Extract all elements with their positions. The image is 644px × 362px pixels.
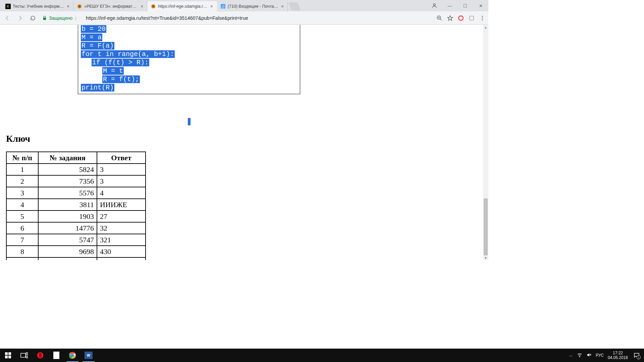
tab-label: https://inf-ege.sdamgia.r…	[158, 4, 207, 9]
svg-point-1	[79, 6, 80, 7]
cell-index: 6	[6, 222, 38, 234]
cell-index: 1	[6, 164, 38, 175]
svg-point-6	[433, 4, 435, 6]
back-button[interactable]	[3, 13, 12, 23]
window-minimize-button[interactable]: —	[442, 1, 458, 11]
tab-0[interactable]: K Тесты: Учебник информ… ×	[2, 1, 73, 11]
cell-answer: 321	[97, 234, 146, 246]
code-line: if (f(t) > R):	[81, 58, 300, 67]
cell-task: 9698	[38, 246, 97, 257]
cell-task: 7356	[38, 175, 97, 187]
scroll-down-icon[interactable]: ▼	[483, 255, 488, 260]
svg-point-14	[482, 16, 483, 17]
cell-index: 2	[6, 175, 38, 187]
scrollbar-thumb[interactable]	[484, 198, 488, 255]
cell-task: 1903	[38, 210, 97, 222]
vertical-scrollbar[interactable]: ▲ ▼	[483, 25, 488, 260]
code-line: for t in range(a, b+1):	[81, 50, 300, 58]
svg-point-16	[482, 19, 483, 20]
secure-label: Защищено	[49, 15, 72, 21]
svg-text:@: @	[221, 4, 225, 8]
cell-index: 5	[6, 210, 38, 222]
svg-point-15	[482, 17, 483, 18]
svg-marker-11	[448, 15, 453, 20]
cell-task: 5824	[38, 164, 97, 175]
svg-line-8	[440, 19, 442, 20]
cell-answer: ИИИЖЕ	[97, 199, 146, 210]
cell-index: 4	[6, 199, 38, 210]
table-row: 158243	[6, 164, 146, 175]
cell-answer: 3	[97, 175, 146, 187]
table-row: 5190327	[6, 210, 146, 222]
browser-toolbar: Защищено |	[0, 11, 488, 25]
close-tab-icon[interactable]: ×	[280, 4, 285, 9]
tab-label: (710) Входящие - Почта…	[228, 4, 278, 9]
svg-rect-13	[470, 16, 474, 20]
code-line: R = f(t);	[81, 75, 300, 83]
tab-3[interactable]: @ (710) Входящие - Почта… ×	[217, 1, 288, 11]
cell-answer: 27	[97, 210, 146, 222]
tab-label: Тесты: Учебник информ…	[13, 4, 64, 9]
profile-avatar-icon[interactable]	[427, 1, 442, 11]
cell-task: 5747	[38, 234, 97, 246]
table-row: 89698430	[6, 246, 146, 257]
zoom-icon[interactable]	[436, 15, 443, 21]
page-viewport: b = 20 M = a R = F(a) for t in range(a, …	[0, 25, 488, 260]
favicon-sdamgia	[77, 4, 82, 9]
cell-answer: 32	[97, 222, 146, 234]
close-tab-icon[interactable]: ×	[66, 4, 70, 9]
table-row: 43811ИИИЖЕ	[6, 199, 146, 210]
code-line: print(R)	[81, 83, 300, 92]
cell-answer: 430	[97, 246, 146, 257]
code-block-frame: b = 20 M = a R = F(a) for t in range(a, …	[78, 25, 300, 94]
extension-icon[interactable]	[468, 15, 475, 21]
cell-task: 3811	[38, 199, 97, 210]
separator: |	[75, 15, 76, 21]
table-row: 61477632	[6, 222, 146, 234]
cell-index: 3	[6, 187, 38, 199]
cell-index: 9	[6, 257, 38, 260]
opera-extension-icon[interactable]	[458, 15, 464, 21]
table-row: 75747321	[6, 234, 146, 246]
forward-button[interactable]	[15, 13, 25, 23]
code-line: R = F(a)	[81, 42, 300, 50]
bookmark-star-icon[interactable]	[447, 15, 453, 21]
tab-1[interactable]: «РЕШУ ЕГЭ»: информати… ×	[73, 1, 147, 11]
cell-task: 9654	[38, 257, 97, 260]
favicon-testy: K	[5, 4, 11, 9]
col-header-index: № п/п	[6, 152, 38, 164]
address-bar[interactable]	[85, 14, 433, 22]
reload-button[interactable]	[28, 13, 38, 23]
cell-answer: 4	[97, 187, 146, 199]
tab-label: «РЕШУ ЕГЭ»: информати…	[84, 4, 138, 9]
browser-titlebar: K Тесты: Учебник информ… × «РЕШУ ЕГЭ»: и…	[0, 0, 488, 11]
cell-index: 8	[6, 246, 38, 257]
answer-key-table: № п/п № задания Ответ 158243273563355764…	[6, 152, 146, 260]
col-header-answer: Ответ	[97, 152, 146, 164]
favicon-mail: @	[220, 4, 226, 9]
menu-icon[interactable]	[479, 15, 486, 21]
new-tab-button[interactable]	[288, 2, 301, 10]
tab-2[interactable]: https://inf-ege.sdamgia.r… ×	[147, 1, 217, 11]
cell-task: 5576	[38, 187, 97, 199]
code-line: M = t	[81, 67, 300, 75]
section-heading-key: Ключ	[6, 133, 30, 144]
code-line: M = a	[81, 33, 300, 42]
svg-point-12	[459, 16, 463, 20]
window-maximize-button[interactable]: ☐	[458, 1, 473, 11]
text-caret	[188, 118, 191, 125]
cell-task: 14776	[38, 222, 97, 234]
table-row: 9965419	[6, 257, 146, 260]
secure-indicator[interactable]: Защищено |	[42, 15, 79, 21]
table-row: 273563	[6, 175, 146, 187]
cell-index: 7	[6, 234, 38, 246]
close-tab-icon[interactable]: ×	[209, 4, 214, 9]
scroll-up-icon[interactable]: ▲	[483, 25, 488, 29]
cell-answer: 3	[97, 164, 146, 175]
code-line: b = 20	[81, 25, 300, 33]
col-header-task: № задания	[38, 152, 97, 164]
favicon-sdamgia	[151, 4, 156, 9]
window-close-button[interactable]: ✕	[473, 1, 488, 11]
close-tab-icon[interactable]: ×	[140, 4, 144, 9]
svg-point-3	[153, 6, 154, 7]
